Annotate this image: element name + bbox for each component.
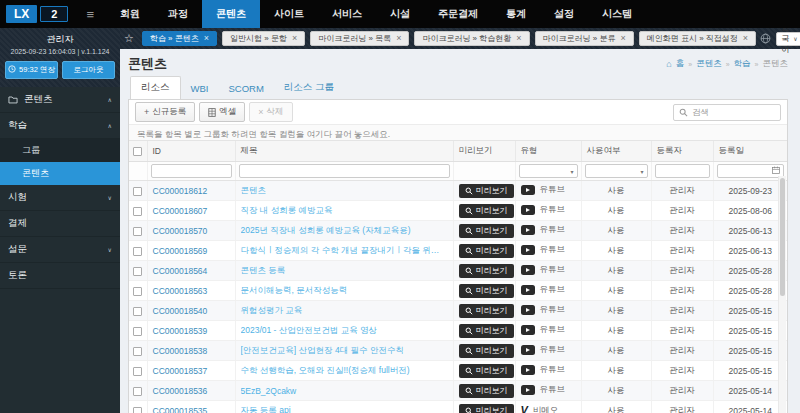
new-register-button[interactable]: + 신규등록 [135,102,195,122]
row-id-link[interactable]: CC000018539 [153,326,208,336]
preview-button[interactable]: 미리보기 [459,304,514,318]
column-header-date[interactable]: 등록일 [713,141,787,162]
sidebar-subitem-1-1[interactable]: 콘텐츠 [0,162,120,185]
row-id-link[interactable]: CC000018570 [153,226,208,236]
row-checkbox[interactable] [133,367,142,376]
search-input[interactable] [692,107,775,117]
row-checkbox[interactable] [133,207,142,216]
sidebar-item-3[interactable]: 결제 [0,211,120,237]
row-id-link[interactable]: CC000018540 [153,306,208,316]
tab-close-icon[interactable]: × [292,34,297,43]
tab-scorm[interactable]: SCORM [218,79,273,99]
preview-button[interactable]: 미리보기 [459,224,514,238]
favorite-star-icon[interactable]: ☆ [124,33,134,44]
preview-button[interactable]: 미리보기 [459,404,514,413]
preview-button[interactable]: 미리보기 [459,204,514,218]
preview-button[interactable]: 미리보기 [459,284,514,298]
row-title-link[interactable]: 문서이해능력, 문서작성능력 [241,285,448,297]
language-select[interactable]: 한국어 ∨ [776,32,800,46]
row-title-link[interactable]: 직장 내 성희롱 예방교육 [241,205,448,217]
row-id-link[interactable]: CC000018535 [153,406,208,413]
tab-item-1[interactable]: 일반시험 » 문항× [222,31,305,46]
row-checkbox[interactable] [133,267,142,276]
column-header-preview[interactable]: 미리보기 [453,141,515,162]
row-id-link[interactable]: CC000018607 [153,206,208,216]
row-checkbox[interactable] [133,307,142,316]
tab-close-icon[interactable]: × [396,34,401,43]
nav-item-8[interactable]: 설정 [540,0,588,28]
row-title-link[interactable]: 콘텐츠 등록 [241,265,448,277]
nav-item-9[interactable]: 시스템 [588,0,646,28]
row-title-link[interactable]: 5EzB_2Qcakw [241,386,448,396]
tab-close-icon[interactable]: × [743,34,748,43]
row-id-link[interactable]: CC000018563 [153,286,208,296]
tab-item-0[interactable]: 학습 » 콘텐츠× [142,31,217,46]
row-checkbox[interactable] [133,247,142,256]
tab-resource-group[interactable]: 리소스 그룹 [274,77,344,99]
filter-use-select[interactable]: ▾ [585,164,648,178]
hamburger-menu-icon[interactable]: ≡ [74,0,106,28]
filter-title-input[interactable] [239,164,450,178]
preview-button[interactable]: 미리보기 [459,184,514,198]
excel-button[interactable]: 엑셀 [199,102,245,122]
tab-wbi[interactable]: WBI [181,79,219,99]
preview-button[interactable]: 미리보기 [459,384,514,398]
filter-date-text[interactable] [721,167,771,176]
breadcrumb-contents[interactable]: 콘텐츠 [696,58,722,70]
row-id-link[interactable]: CC000018537 [153,366,208,376]
row-checkbox[interactable] [133,227,142,236]
sidebar-item-0[interactable]: 콘텐츠∧ [0,87,120,113]
row-id-link[interactable]: CC000018569 [153,246,208,256]
preview-button[interactable]: 미리보기 [459,324,514,338]
breadcrumb-learning[interactable]: 학습 [734,58,751,70]
row-title-link[interactable]: 콘텐츠 [241,185,448,197]
column-header-registrant[interactable]: 등록자 [651,141,713,162]
sidebar-item-5[interactable]: 토론 [0,263,120,289]
nav-item-5[interactable]: 시설 [376,0,424,28]
tab-close-icon[interactable]: × [620,34,625,43]
nav-item-4[interactable]: 서비스 [318,0,376,28]
row-title-link[interactable]: 2023/01 - 산업안전보건법 교육 영상 [241,325,448,337]
column-header-type[interactable]: 유형 [515,141,581,162]
tab-item-5[interactable]: 메인화면 표시 » 직접설정× [639,31,756,46]
row-checkbox[interactable] [133,347,142,356]
column-header-title[interactable]: 제목 [235,141,453,162]
breadcrumb-home[interactable]: 홈 [676,58,685,70]
select-all-checkbox[interactable] [133,147,142,156]
row-title-link[interactable]: 다항식ㅣ정승제의 각 수학 개념 끝장내기ㅣ각을 위한 개념강의 [241,245,448,257]
row-id-link[interactable]: CC000018536 [153,386,208,396]
column-header-id[interactable]: ID [147,141,235,162]
tab-item-2[interactable]: 마이크로러닝 » 목록× [310,31,409,46]
preview-button[interactable]: 미리보기 [459,364,514,378]
row-checkbox[interactable] [133,407,142,413]
preview-button[interactable]: 미리보기 [459,344,514,358]
row-id-link[interactable]: CC000018538 [153,346,208,356]
row-checkbox[interactable] [133,187,142,196]
tab-close-icon[interactable]: × [204,34,209,43]
row-id-link[interactable]: CC000018612 [153,186,208,196]
sidebar-subitem-1-0[interactable]: 그룹 [0,139,120,162]
filter-id-input[interactable] [151,164,232,178]
sidebar-item-4[interactable]: 설문∨ [0,237,120,263]
preview-button[interactable]: 미리보기 [459,264,514,278]
delete-button[interactable]: × 삭제 [249,102,292,122]
nav-item-3[interactable]: 사이트 [260,0,318,28]
filter-registrant-input[interactable] [655,164,710,178]
nav-item-0[interactable]: 회원 [106,0,154,28]
row-id-link[interactable]: CC000018564 [153,266,208,276]
preview-button[interactable]: 미리보기 [459,244,514,258]
tab-item-3[interactable]: 마이크로러닝 » 학습현황× [414,31,529,46]
sidebar-item-2[interactable]: 시험∨ [0,185,120,211]
column-header-use[interactable]: 사용여부 [581,141,651,162]
tab-close-icon[interactable]: × [516,34,521,43]
nav-item-6[interactable]: 주문결제 [424,0,492,28]
row-checkbox[interactable] [133,327,142,336]
grid-scrollbar[interactable] [778,176,786,413]
tab-item-4[interactable]: 마이크로러닝 » 분류× [535,31,634,46]
row-title-link[interactable]: 위험성평가 교육 [241,305,448,317]
filter-date-input[interactable] [717,164,785,178]
logout-button[interactable]: 로그아웃 [62,61,115,79]
row-checkbox[interactable] [133,387,142,396]
row-title-link[interactable]: 수학 선행학습, 오해와 진실!!(정승제 full버전) [241,365,448,377]
nav-item-2[interactable]: 콘텐츠 [202,0,260,28]
